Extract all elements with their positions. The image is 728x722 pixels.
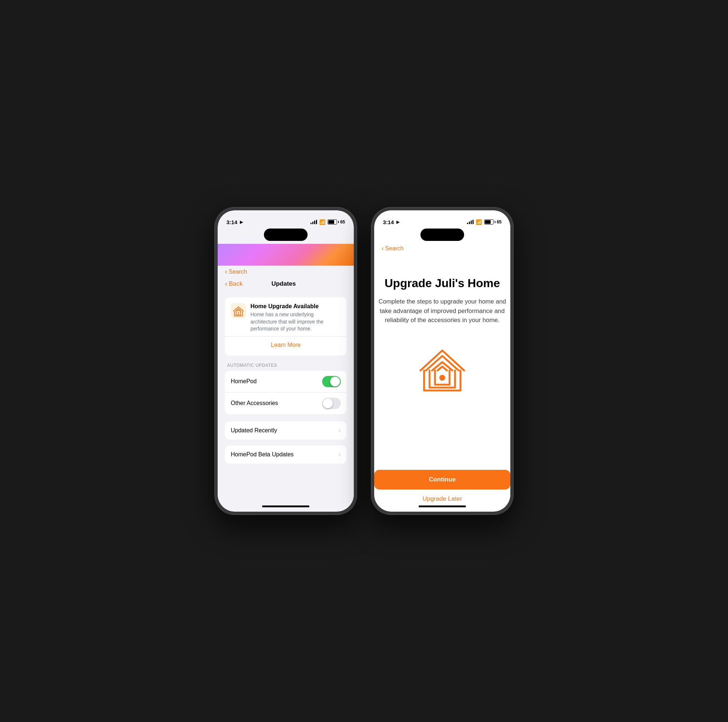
other-accessories-toggle-row: Other Accessories [225,392,347,414]
screen-content-1: ‹ Search ‹ Back Updates [218,266,354,502]
back-chevron-search-2: ‹ [381,244,384,252]
upgrade-modal: Upgrade Juli's Home Complete the steps t… [374,255,510,502]
battery-box-1 [327,220,337,224]
dynamic-island-2 [421,229,464,241]
upgrade-top: Upgrade Juli's Home Complete the steps t… [374,277,510,410]
battery-label-1: 65 [340,220,345,224]
signal-bars-2 [467,220,474,224]
battery-tip-1 [338,221,339,223]
upgrade-later-button[interactable]: Upgrade Later [423,495,462,502]
updated-recently-chevron: › [339,427,341,434]
upgrade-title-1: Home Upgrade Available [251,303,341,310]
back-chevron-search-1: ‹ [225,268,227,275]
scroll-content-1[interactable]: Home Upgrade Available Home has a new un… [218,292,354,502]
updated-recently-label: Updated Recently [231,427,277,434]
homepod-label: HomePod [231,378,257,385]
home-upgrade-icon-1 [231,303,246,318]
upgrade-card-1: Home Upgrade Available Home has a new un… [225,297,347,356]
signal-bar-2 [312,221,314,224]
battery-label-2: 65 [497,220,502,224]
homepod-toggle[interactable] [322,376,341,387]
homepod-beta-row[interactable]: HomePod Beta Updates › [225,446,347,464]
back-button-1[interactable]: ‹ Back [225,280,242,288]
upgrade-bottom: Continue Upgrade Later [374,470,510,502]
homepod-toggle-row: HomePod [225,371,347,392]
top-image-1 [218,244,354,266]
updated-recently-row[interactable]: Updated Recently › [225,421,347,440]
upgrade-screen-subtitle: Complete the steps to upgrade your home … [374,297,510,325]
upgrade-text-1: Home Upgrade Available Home has a new un… [251,303,341,333]
phone-1: 3:14 ▶ 📶 6 [215,208,357,514]
upgrade-card-header-1: Home Upgrade Available Home has a new un… [231,303,341,333]
wifi-icon-1: 📶 [319,219,326,225]
dynamic-island-1 [264,229,307,241]
phone-shell-2: 3:14 ▶ 📶 6 [371,208,513,514]
other-accessories-toggle-knob [323,398,333,408]
homepod-beta-label: HomePod Beta Updates [231,451,294,458]
updated-recently-card: Updated Recently › [225,421,347,440]
other-accessories-toggle[interactable] [322,398,341,409]
svg-point-2 [439,375,445,381]
auto-updates-header-1: AUTOMATIC UPDATES [225,363,347,371]
signal-bar-5 [467,223,468,224]
screen-content-2: Upgrade Juli's Home Complete the steps t… [374,255,510,502]
signal-bar-4 [316,220,317,224]
back-chevron-1: ‹ [225,279,228,288]
battery-box-2 [484,220,494,224]
svg-point-1 [238,312,239,314]
home-bar-1 [262,505,309,507]
phone-shell-1: 3:14 ▶ 📶 6 [215,208,357,514]
status-bar-1: 3:14 ▶ 📶 6 [218,210,354,229]
homepod-beta-card: HomePod Beta Updates › [225,446,347,464]
location-icon-1: ▶ [240,220,243,224]
search-back-label-2: Search [385,245,404,252]
status-time-1: 3:14 ▶ [226,219,243,225]
signal-bar-7 [471,221,472,224]
nav-bar-1: ‹ Back Updates [218,276,354,292]
phone-screen-1: 3:14 ▶ 📶 6 [218,210,354,512]
home-illustration-svg [415,343,470,398]
status-bar-2: 3:14 ▶ 📶 6 [374,210,510,229]
back-label-1: Back [229,280,243,287]
divider-1 [225,336,347,337]
upgrade-screen-title: Upgrade Juli's Home [384,277,500,290]
search-back-label-1: Search [229,269,247,275]
phone-2: 3:14 ▶ 📶 6 [371,208,513,514]
upgrade-desc-1: Home has a new underlying architecture t… [251,311,341,333]
signal-bar-6 [469,221,470,224]
time-label-1: 3:14 [226,219,237,225]
nav-title-1: Updates [242,280,325,287]
wifi-icon-2: 📶 [476,219,482,225]
signal-bars-1 [310,220,317,224]
nav-search-2: ‹ Search [374,244,510,255]
toggle-card-1: HomePod Other Accessories [225,371,347,414]
signal-bar-8 [473,220,474,224]
signal-bar-1 [310,223,312,224]
signal-bar-3 [314,221,315,224]
other-accessories-label: Other Accessories [231,400,278,406]
battery-container-2: 65 [484,220,502,224]
continue-button[interactable]: Continue [374,470,510,490]
battery-container-1: 65 [327,220,345,224]
learn-more-btn-1[interactable]: Learn More [231,340,341,350]
time-label-2: 3:14 [383,219,394,225]
homepod-toggle-knob [330,377,340,386]
phone-screen-2: 3:14 ▶ 📶 6 [374,210,510,512]
nav-search-1: ‹ Search [218,266,354,276]
home-illustration [415,343,470,399]
home-bar-2 [419,505,466,507]
battery-fill-1 [328,220,335,224]
status-time-2: 3:14 ▶ [383,219,399,225]
homepod-beta-chevron: › [339,451,341,458]
status-right-2: 📶 65 [467,219,502,225]
battery-tip-2 [495,221,496,223]
status-right-1: 📶 65 [310,219,345,225]
location-icon-2: ▶ [396,220,399,224]
battery-fill-2 [485,220,491,224]
